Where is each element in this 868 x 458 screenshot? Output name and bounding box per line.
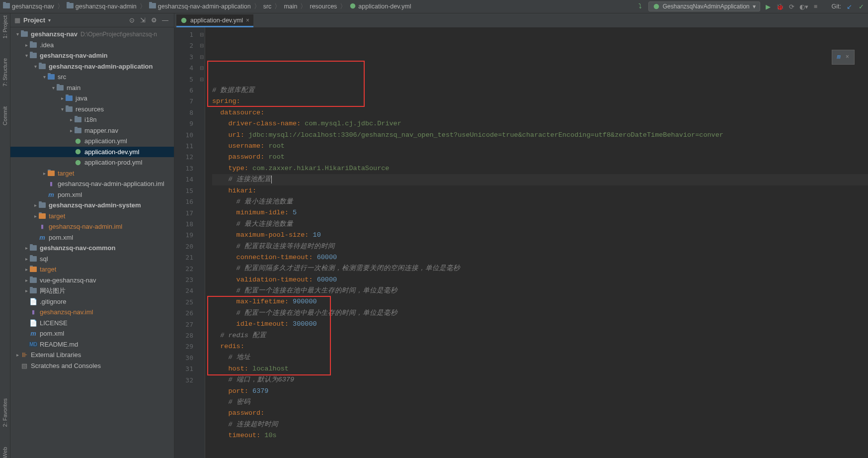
git-commit-icon[interactable]: ✓ xyxy=(857,2,865,10)
code-line[interactable]: # 配置一个连接在池中最大生存的时间，单位是毫秒 xyxy=(212,285,868,296)
chevron-down-icon[interactable]: ▾ xyxy=(48,17,51,23)
code-line[interactable]: # 配置获取连接等待超时的时间 xyxy=(212,241,868,252)
code-line[interactable]: idle-timeout: 300000 xyxy=(212,319,868,330)
code-line[interactable]: password: root xyxy=(212,152,868,163)
tree-arrow-icon[interactable]: ▸ xyxy=(23,256,29,262)
editor-tab[interactable]: application-dev.yml × xyxy=(176,14,253,27)
tree-arrow-icon[interactable]: ▸ xyxy=(23,245,29,251)
tree-item[interactable]: ▸i18n xyxy=(10,114,174,125)
tree-item[interactable]: ▸vue-geshanzsq-nav xyxy=(10,275,174,286)
code-area[interactable]: m × # 数据库配置spring: datasource: driver-cl… xyxy=(205,27,868,458)
tree-arrow-icon[interactable]: ▸ xyxy=(68,128,74,133)
breadcrumb-item[interactable]: geshanzsq-nav-admin-application xyxy=(149,3,251,10)
tool-window-button[interactable]: Web xyxy=(2,447,8,458)
project-tree[interactable]: ▾geshanzsq-navD:\OpenProject\geshanzsq-n… xyxy=(10,27,174,458)
tree-arrow-icon[interactable]: ▸ xyxy=(32,213,38,219)
code-line[interactable]: host: localhost xyxy=(212,364,868,374)
code-line[interactable]: username: root xyxy=(212,141,868,152)
expand-all-icon[interactable]: ⇲ xyxy=(140,16,148,24)
code-line[interactable]: max-lifetime: 900000 xyxy=(212,296,868,307)
tree-item[interactable]: mpom.xml xyxy=(10,189,174,200)
tree-arrow-icon[interactable]: ▸ xyxy=(32,202,38,208)
tree-arrow-icon[interactable]: ▸ xyxy=(23,267,29,272)
tree-item[interactable]: application.yml xyxy=(10,136,174,147)
locate-icon[interactable]: ⊙ xyxy=(129,16,137,24)
tree-item[interactable]: ▾src xyxy=(10,72,174,83)
mybatis-toolbar[interactable]: m × xyxy=(832,50,855,65)
tree-item[interactable]: ▾main xyxy=(10,83,174,93)
tree-item[interactable]: ▾resources xyxy=(10,104,174,115)
code-line[interactable]: driver-class-name: com.mysql.cj.jdbc.Dri… xyxy=(212,118,868,129)
stop-icon[interactable]: ■ xyxy=(812,2,820,10)
profile-icon[interactable]: ◐▾ xyxy=(800,2,808,10)
tool-window-button[interactable]: 2: Favorites xyxy=(2,398,8,427)
tree-arrow-icon[interactable]: ▸ xyxy=(41,171,47,176)
tool-window-button[interactable]: 1: Project xyxy=(2,15,8,38)
tree-item[interactable]: ▸geshanzsq-nav-admin-system xyxy=(10,200,174,211)
tree-arrow-icon[interactable]: ▸ xyxy=(59,95,65,101)
tree-arrow-icon[interactable]: ▸ xyxy=(23,277,29,283)
code-line[interactable]: port: 6379 xyxy=(212,386,868,397)
tree-item[interactable]: application-prod.yml xyxy=(10,157,174,168)
coverage-icon[interactable]: ⟳ xyxy=(788,2,796,10)
breadcrumb-item[interactable]: application-dev.yml xyxy=(349,2,411,11)
close-icon[interactable]: × xyxy=(846,52,849,63)
tree-item[interactable]: ▸.idea xyxy=(10,40,174,51)
gear-icon[interactable]: ⚙ xyxy=(151,16,159,24)
tree-item[interactable]: mpom.xml xyxy=(10,328,174,339)
run-icon[interactable]: ▶ xyxy=(764,2,772,10)
close-icon[interactable]: × xyxy=(246,17,249,24)
tree-item[interactable]: ▸mapper.nav xyxy=(10,125,174,136)
tree-item[interactable]: ▧Scratches and Consoles xyxy=(10,361,174,371)
breadcrumb-item[interactable]: resources xyxy=(310,3,337,10)
tree-item[interactable]: ▸sql xyxy=(10,254,174,265)
tree-item[interactable]: MDREADME.md xyxy=(10,339,174,350)
tree-item[interactable]: ▮geshanzsq-nav.iml xyxy=(10,307,174,318)
tree-arrow-icon[interactable]: ▸ xyxy=(23,42,29,48)
tree-arrow-icon[interactable]: ▾ xyxy=(14,31,20,37)
tree-item[interactable]: 📄LICENSE xyxy=(10,318,174,329)
tree-item[interactable]: ▸target xyxy=(10,264,174,275)
run-configuration-selector[interactable]: GeshanzsqNavAdminApplication ▾ xyxy=(648,1,760,11)
tree-item[interactable]: ▾geshanzsq-nav-admin xyxy=(10,50,174,61)
code-line[interactable]: minimum-idle: 5 xyxy=(212,207,868,218)
code-line[interactable]: url: jdbc:mysql://localhost:3306/geshanz… xyxy=(212,130,868,141)
tool-window-button[interactable]: Commit xyxy=(2,106,8,125)
tree-arrow-icon[interactable]: ▾ xyxy=(59,106,65,112)
tree-item[interactable]: ▮geshanzsq-nav-admin.iml xyxy=(10,221,174,232)
tree-item[interactable]: application-dev.yml xyxy=(10,147,174,158)
tree-item[interactable]: ▸java xyxy=(10,93,174,104)
tree-item[interactable]: ▸⊪External Libraries xyxy=(10,350,174,361)
code-line[interactable]: spring: xyxy=(212,96,868,107)
code-line[interactable]: # 端口，默认为6379 xyxy=(212,374,868,385)
tree-item[interactable]: mpom.xml xyxy=(10,232,174,243)
code-line[interactable]: # 配置一个连接在池中最小生存的时间，单位是毫秒 xyxy=(212,308,868,319)
code-line[interactable]: # 最小连接池数量 xyxy=(212,196,868,207)
code-line[interactable]: type: com.zaxxer.hikari.HikariDataSource xyxy=(212,163,868,174)
tree-item[interactable]: ▮geshanzsq-nav-admin-application.iml xyxy=(10,179,174,189)
git-update-icon[interactable]: ↙ xyxy=(845,2,853,10)
code-line[interactable]: password: xyxy=(212,408,868,419)
code-line[interactable]: timeout: 10s xyxy=(212,430,868,441)
breadcrumb-item[interactable]: src xyxy=(263,3,272,10)
code-line[interactable]: # redis 配置 xyxy=(212,330,868,341)
code-line[interactable]: # 地址 xyxy=(212,352,868,363)
tree-arrow-icon[interactable]: ▾ xyxy=(23,53,29,58)
tree-item[interactable]: ▸geshanzsq-nav-common xyxy=(10,243,174,254)
tree-item[interactable]: ▾geshanzsq-nav-admin-application xyxy=(10,61,174,72)
debug-icon[interactable]: 🐞 xyxy=(776,2,784,10)
code-line[interactable]: connection-timeout: 60000 xyxy=(212,252,868,263)
build-icon[interactable]: ⤵ xyxy=(636,2,644,10)
code-line[interactable]: validation-timeout: 60000 xyxy=(212,275,868,285)
tree-arrow-icon[interactable]: ▾ xyxy=(41,74,47,80)
tree-arrow-icon[interactable]: ▾ xyxy=(32,64,38,69)
tree-item[interactable]: ▸target xyxy=(10,211,174,222)
code-line[interactable]: # 最大连接池数量 xyxy=(212,219,868,230)
code-line[interactable]: hikari: xyxy=(212,185,868,196)
code-line[interactable]: # 密码 xyxy=(212,397,868,408)
code-line[interactable]: # 连接池配置 xyxy=(212,174,868,185)
breadcrumb-item[interactable]: main xyxy=(284,3,297,10)
code-line[interactable]: redis: xyxy=(212,341,868,352)
breadcrumb-item[interactable]: geshanzsq-nav-admin xyxy=(67,3,137,10)
code-line[interactable]: maximum-pool-size: 10 xyxy=(212,230,868,241)
